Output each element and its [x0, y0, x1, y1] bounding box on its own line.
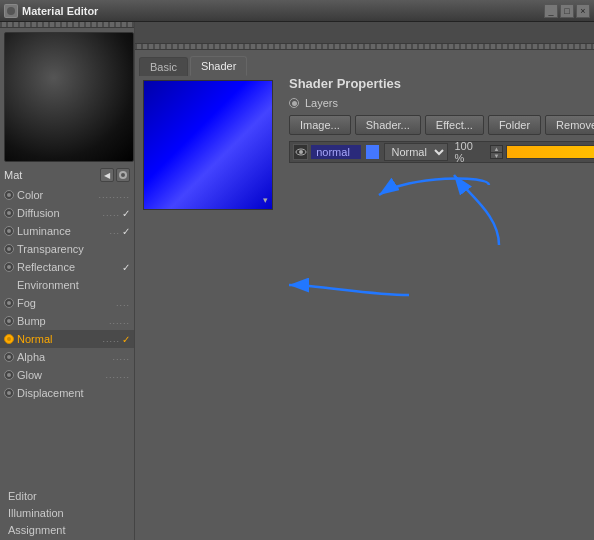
shader-properties-panel: Shader Properties Layers Image... Shader… [281, 50, 594, 214]
layer-visibility-btn[interactable] [293, 144, 308, 160]
glow-dot [4, 370, 14, 380]
color-dot [4, 190, 14, 200]
material-preview [4, 32, 134, 162]
opacity-spinner[interactable]: ▲ ▼ [490, 145, 503, 159]
prop-displacement-label: Displacement [17, 387, 130, 399]
bottom-assignment[interactable]: Assignment [4, 521, 130, 538]
prop-normal-check: ✓ [122, 334, 130, 345]
effect-button[interactable]: Effect... [425, 115, 484, 135]
remove-button[interactable]: Remove [545, 115, 594, 135]
close-button[interactable]: × [576, 4, 590, 18]
prop-displacement[interactable]: Displacement [0, 384, 134, 402]
props-top-spacer [289, 54, 594, 76]
annotations-svg [289, 165, 594, 405]
spinner-down[interactable]: ▼ [491, 153, 502, 159]
prop-fog[interactable]: Fog .... [0, 294, 134, 312]
prop-alpha-label: Alpha [17, 351, 112, 363]
prop-alpha[interactable]: Alpha ..... [0, 348, 134, 366]
tabs-preview-row: Basic Shader ▾ Shader Properties Laye [135, 50, 594, 214]
svg-point-1 [7, 7, 15, 15]
svg-point-6 [299, 150, 303, 154]
opacity-bar [506, 145, 594, 159]
prop-diffusion-dots: ..... [102, 208, 120, 218]
prop-normal-label: Normal [17, 333, 102, 345]
material-name-label: Mat [4, 169, 98, 181]
tab-basic[interactable]: Basic [139, 57, 188, 76]
mat-options-btn[interactable]: ◀ [100, 168, 114, 182]
bump-dot [4, 316, 14, 326]
prop-fog-label: Fog [17, 297, 116, 309]
alpha-dot [4, 352, 14, 362]
prop-transparency[interactable]: Transparency [0, 240, 134, 258]
tab-spacer: Basic Shader [139, 54, 277, 76]
fog-dot [4, 298, 14, 308]
shader-button[interactable]: Shader... [355, 115, 421, 135]
prop-normal[interactable]: Normal ..... ✓ [0, 330, 134, 348]
app-icon [4, 4, 18, 18]
layer-empty-space [289, 165, 594, 210]
tab-bar: Basic Shader [139, 54, 277, 76]
maximize-button[interactable]: □ [560, 4, 574, 18]
folder-button[interactable]: Folder [488, 115, 541, 135]
prop-reflectance-label: Reflectance [17, 261, 120, 273]
bottom-editor[interactable]: Editor [4, 487, 130, 504]
title-bar: Material Editor _ □ × [0, 0, 594, 22]
prop-environment[interactable]: Environment [0, 276, 134, 294]
diffusion-dot [4, 208, 14, 218]
prop-luminance[interactable]: Luminance ... ✓ [0, 222, 134, 240]
right-panel: ◀ ▶ ▲ Basic Shader [135, 22, 594, 540]
shader-props-title: Shader Properties [289, 76, 594, 91]
prop-bump[interactable]: Bump ...... [0, 312, 134, 330]
prop-diffusion[interactable]: Diffusion ..... ✓ [0, 204, 134, 222]
prop-color-dots: ......... [98, 190, 130, 200]
mat-extra-btn[interactable] [116, 168, 130, 182]
transparency-dot [4, 244, 14, 254]
image-button[interactable]: Image... [289, 115, 351, 135]
window-controls[interactable]: _ □ × [544, 4, 590, 18]
svg-point-3 [121, 173, 125, 177]
layer-mode-select[interactable]: Normal Multiply Screen Overlay [384, 143, 448, 161]
tab-shader[interactable]: Shader [190, 56, 247, 76]
layers-radio-inner [292, 101, 297, 106]
shader-button-row: Image... Shader... Effect... Folder Remo… [289, 115, 594, 135]
prop-bump-label: Bump [17, 315, 109, 327]
layer-row: normal Normal Multiply Screen Overlay 10… [289, 141, 594, 163]
layers-row: Layers [289, 97, 594, 109]
prop-transparency-label: Transparency [17, 243, 130, 255]
prop-luminance-dots: ... [109, 226, 120, 236]
left-panel-hatch [0, 22, 134, 28]
shader-preview-image: ▾ [143, 80, 273, 210]
layer-name[interactable]: normal [311, 145, 361, 159]
layer-color-swatch [366, 145, 379, 159]
luminance-dot [4, 226, 14, 236]
displacement-dot [4, 388, 14, 398]
prop-alpha-dots: ..... [112, 352, 130, 362]
preview-expand-icon: ▾ [263, 195, 268, 205]
prop-fog-dots: .... [116, 298, 130, 308]
prop-reflectance[interactable]: Reflectance ✓ [0, 258, 134, 276]
normal-dot [4, 334, 14, 344]
preview-col: Basic Shader ▾ [135, 50, 281, 214]
top-toolbar: ◀ ▶ ▲ [135, 22, 594, 44]
bottom-illumination[interactable]: Illumination [4, 504, 130, 521]
prop-color[interactable]: Color ......... [0, 186, 134, 204]
prop-environment-label: Environment [17, 279, 130, 291]
layers-label: Layers [305, 97, 338, 109]
window-title: Material Editor [22, 5, 98, 17]
title-bar-left: Material Editor [4, 4, 98, 18]
prop-reflectance-check: ✓ [122, 262, 130, 273]
property-list: Color ......... Diffusion ..... ✓ Lumina… [0, 184, 134, 485]
bottom-items: Editor Illumination Assignment [0, 485, 134, 540]
prop-color-label: Color [17, 189, 98, 201]
layers-radio[interactable] [289, 98, 299, 108]
reflectance-dot [4, 262, 14, 272]
prop-luminance-label: Luminance [17, 225, 109, 237]
main-container: Mat ◀ Color ......... [0, 22, 594, 540]
spinner-up[interactable]: ▲ [491, 146, 502, 153]
minimize-button[interactable]: _ [544, 4, 558, 18]
prop-diffusion-label: Diffusion [17, 207, 102, 219]
prop-bump-dots: ...... [109, 316, 130, 326]
prop-glow[interactable]: Glow ....... [0, 366, 134, 384]
prop-glow-label: Glow [17, 369, 105, 381]
prop-diffusion-check: ✓ [122, 208, 130, 219]
